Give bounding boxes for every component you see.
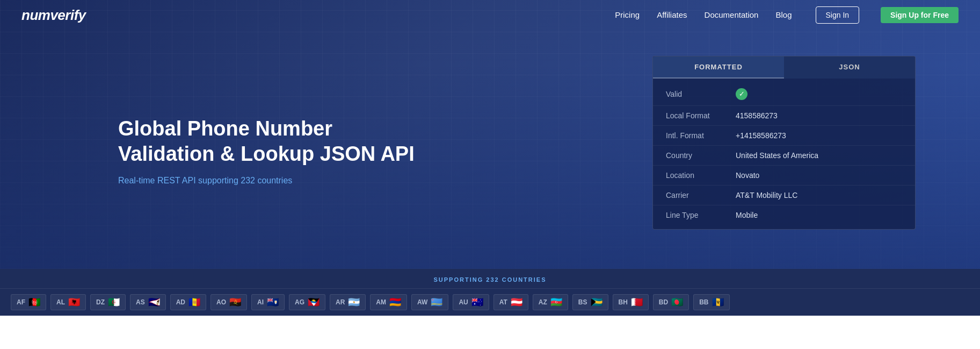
country-code-dz: DZ [96,298,105,306]
country-item-au[interactable]: AU 🇦🇺 [453,294,489,310]
card-value-line-type: Mobile [736,211,758,219]
card-row-line-type: Line Type Mobile [653,205,915,225]
card-value-carrier: AT&T Mobility LLC [736,191,797,200]
nav-item-affiliates: Affiliates [657,10,687,20]
card-label-country: Country [666,151,736,160]
nav-link-pricing[interactable]: Pricing [615,10,640,19]
card-value-intl-format: +14158586273 [736,131,786,140]
flag-icon-ag: 🇦🇬 [308,297,320,307]
country-code-ad: AD [176,298,185,306]
nav-item-pricing: Pricing [615,10,640,20]
country-code-ao: AO [216,298,226,306]
flag-icon-bd: 🇧🇩 [671,297,683,307]
country-item-ag[interactable]: AG 🇦🇬 [289,294,325,310]
country-item-bh[interactable]: BH 🇧🇭 [613,294,649,310]
country-item-ai[interactable]: AI 🇦🇮 [251,294,285,310]
country-code-ai: AI [257,298,264,306]
card-value-local-format: 4158586273 [736,111,778,120]
card-label-carrier: Carrier [666,191,736,200]
hero-section: Global Phone Number Validation & Lookup … [0,0,980,269]
hero-content: Global Phone Number Validation & Lookup … [0,84,652,186]
country-item-ar[interactable]: AR 🇦🇷 [330,294,366,310]
country-item-bb[interactable]: BB 🇧🇧 [693,294,729,310]
flag-icon-ao: 🇦🇴 [229,297,241,307]
nav-link-affiliates[interactable]: Affiliates [657,10,687,19]
card-label-intl-format: Intl. Format [666,131,736,140]
nav-link-documentation[interactable]: Documentation [705,10,759,19]
hero-subtitle-prefix: Real-time REST API [118,176,196,185]
country-code-aw: AW [417,298,427,306]
tab-formatted[interactable]: FORMATTED [653,56,784,79]
countries-header: SUPPORTING 232 COUNTRIES [0,269,980,289]
countries-strip: AF 🇦🇫 AL 🇦🇱 DZ 🇩🇿 AS 🇦🇸 AD 🇦🇩 AO 🇦🇴 AI 🇦… [0,289,980,316]
nav-item-documentation: Documentation [705,10,759,20]
card-value-country: United States of America [736,151,818,160]
card-tabs: FORMATTED JSON [653,56,915,79]
tab-json[interactable]: JSON [784,56,915,79]
flag-icon-az: 🇦🇿 [550,297,562,307]
hero-subtitle: Real-time REST API supporting 232 countr… [118,176,652,186]
country-item-af[interactable]: AF 🇦🇫 [11,294,46,310]
card-row-location: Location Novato [653,166,915,186]
signin-button[interactable]: Sign In [816,6,860,24]
card-label-valid: Valid [666,90,736,98]
flag-icon-ad: 🇦🇩 [188,297,200,307]
header: numverify Pricing Affiliates Documentati… [0,0,980,30]
flag-icon-al: 🇦🇱 [68,297,80,307]
country-item-as[interactable]: AS 🇦🇸 [130,294,166,310]
hero-subtitle-link[interactable]: supporting 232 countries [198,176,292,185]
country-code-ag: AG [295,298,304,306]
valid-checkmark-icon: ✓ [736,88,747,100]
country-item-al[interactable]: AL 🇦🇱 [50,294,86,310]
signup-button-item: Sign Up for Free [876,7,959,23]
card-label-location: Location [666,171,736,180]
card-row-carrier: Carrier AT&T Mobility LLC [653,186,915,205]
flag-icon-dz: 🇩🇿 [108,297,120,307]
nav: Pricing Affiliates Documentation Blog Si… [615,6,959,24]
flag-icon-aw: 🇦🇼 [431,297,442,307]
result-card: FORMATTED JSON Valid ✓ Local Format 4158… [652,56,916,230]
country-item-az[interactable]: AZ 🇦🇿 [533,294,568,310]
flag-icon-am: 🇦🇲 [389,297,401,307]
country-code-bb: BB [699,298,708,306]
country-code-af: AF [17,298,25,306]
country-code-at: AT [499,298,507,306]
flag-icon-as: 🇦🇸 [148,297,160,307]
nav-links: Pricing Affiliates Documentation Blog Si… [615,6,959,24]
country-code-ar: AR [336,298,345,306]
country-item-bs[interactable]: BS 🇧🇸 [572,294,608,310]
card-label-local-format: Local Format [666,111,736,120]
card-body: Valid ✓ Local Format 4158586273 Intl. Fo… [653,79,915,229]
card-row-country: Country United States of America [653,146,915,166]
country-code-bd: BD [659,298,668,306]
country-code-bs: BS [578,298,587,306]
flag-icon-bb: 🇧🇧 [712,297,724,307]
signup-button[interactable]: Sign Up for Free [881,7,959,23]
signin-button-item: Sign In [809,6,860,24]
country-code-am: AM [376,298,386,306]
card-value-location: Novato [736,171,759,180]
countries-section: SUPPORTING 232 COUNTRIES AF 🇦🇫 AL 🇦🇱 DZ … [0,269,980,316]
country-code-au: AU [459,298,468,306]
country-item-am[interactable]: AM 🇦🇲 [370,294,407,310]
flag-icon-ar: 🇦🇷 [348,297,360,307]
logo[interactable]: numverify [21,7,86,24]
nav-item-blog: Blog [775,10,792,20]
card-row-intl-format: Intl. Format +14158586273 [653,126,915,146]
country-item-aw[interactable]: AW 🇦🇼 [411,294,448,310]
country-item-bd[interactable]: BD 🇧🇩 [653,294,689,310]
country-code-az: AZ [539,298,547,306]
flag-icon-af: 🇦🇫 [28,297,40,307]
card-value-valid: ✓ [736,88,747,100]
country-item-ao[interactable]: AO 🇦🇴 [210,294,247,310]
flag-icon-bs: 🇧🇸 [591,297,602,307]
country-item-dz[interactable]: DZ 🇩🇿 [90,294,126,310]
country-item-ad[interactable]: AD 🇦🇩 [170,294,206,310]
country-code-as: AS [136,298,145,306]
nav-link-blog[interactable]: Blog [775,10,792,19]
hero-title: Global Phone Number Validation & Lookup … [118,116,652,167]
card-label-line-type: Line Type [666,211,736,219]
country-item-at[interactable]: AT 🇦🇹 [493,294,528,310]
hero-title-line1: Global Phone Number [118,117,332,140]
card-row-valid: Valid ✓ [653,83,915,106]
